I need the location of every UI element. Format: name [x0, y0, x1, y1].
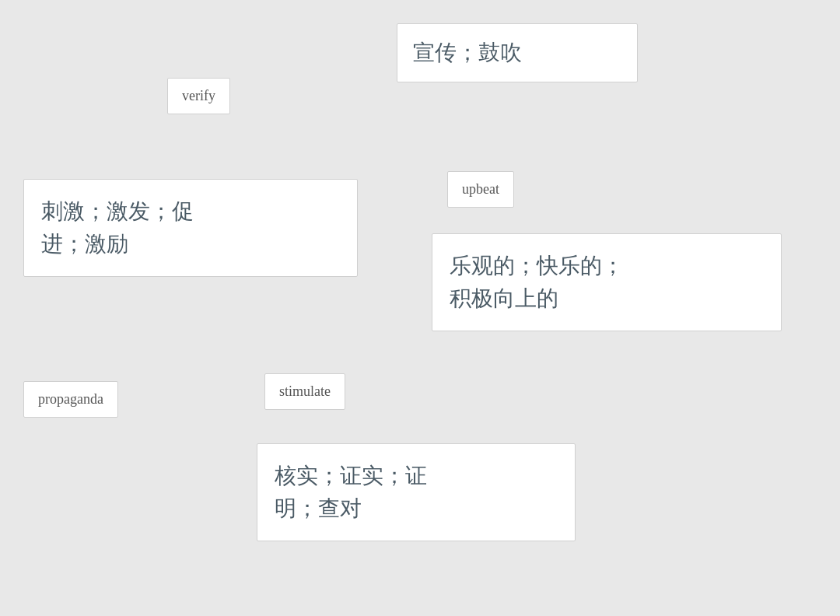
upbeat-zh-label: 乐观的；快乐的；积极向上的: [450, 254, 624, 310]
verify-card-zh[interactable]: 核实；证实；证明；查对: [257, 443, 576, 541]
verify-label: verify: [182, 88, 215, 103]
propaganda-zh-label: 宣传；鼓吹: [413, 40, 522, 65]
upbeat-label: upbeat: [462, 181, 499, 197]
stimulate-card-en[interactable]: stimulate: [264, 373, 345, 410]
stimulate-card-zh[interactable]: 刺激；激发；促进；激励: [23, 179, 358, 277]
propaganda-label: propaganda: [38, 391, 103, 407]
verify-card-en[interactable]: verify: [167, 78, 230, 114]
propaganda-card-zh[interactable]: 宣传；鼓吹: [397, 23, 638, 82]
upbeat-card-zh[interactable]: 乐观的；快乐的；积极向上的: [432, 233, 782, 331]
upbeat-card-en[interactable]: upbeat: [447, 171, 514, 208]
stimulate-label: stimulate: [279, 383, 331, 399]
propaganda-card-en[interactable]: propaganda: [23, 381, 118, 418]
stimulate-zh-label: 刺激；激发；促进；激励: [41, 199, 194, 256]
verify-zh-label: 核实；证实；证明；查对: [275, 464, 427, 520]
